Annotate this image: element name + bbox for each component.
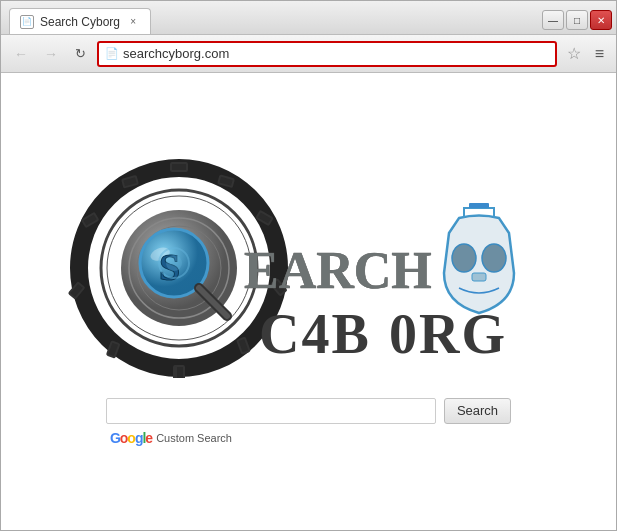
address-input[interactable]: [123, 46, 549, 61]
page-content: S EARCH EARCH: [1, 73, 616, 530]
svg-text:EARCH: EARCH: [244, 242, 432, 299]
nav-bar: ← → ↻ 📄 ☆ ≡: [1, 35, 616, 73]
search-button[interactable]: Search: [444, 398, 511, 424]
address-icon: 📄: [105, 47, 119, 60]
tab-favicon: 📄: [20, 15, 34, 29]
back-button[interactable]: ←: [9, 42, 33, 66]
svg-point-27: [482, 244, 506, 272]
address-bar-container: 📄: [97, 41, 557, 67]
site-logo: S EARCH EARCH: [59, 158, 559, 378]
svg-text:C4B: C4B: [259, 303, 371, 365]
bookmark-star-icon[interactable]: ☆: [563, 44, 585, 63]
google-custom-search-row: Google Custom Search: [110, 430, 232, 446]
custom-search-label: Custom Search: [156, 432, 232, 444]
close-button[interactable]: ✕: [590, 10, 612, 30]
google-logo: Google: [110, 430, 152, 446]
svg-rect-29: [469, 203, 489, 208]
browser-menu-icon[interactable]: ≡: [591, 45, 608, 63]
search-input[interactable]: [106, 398, 436, 424]
svg-point-23: [166, 255, 182, 271]
browser-window: 📄 Search Cyborg × — □ ✕ ← → ↻ 📄 ☆ ≡: [0, 0, 617, 531]
tab-close-button[interactable]: ×: [126, 15, 140, 29]
svg-rect-28: [472, 273, 486, 281]
maximize-button[interactable]: □: [566, 10, 588, 30]
search-area: Search Google Custom Search: [106, 398, 511, 446]
svg-text:RG: RG: [419, 303, 507, 365]
reload-button[interactable]: ↻: [69, 43, 91, 65]
title-bar: 📄 Search Cyborg × — □ ✕: [1, 1, 616, 35]
minimize-button[interactable]: —: [542, 10, 564, 30]
logo-svg: S EARCH EARCH: [59, 158, 559, 378]
window-controls: — □ ✕: [542, 10, 616, 34]
forward-button[interactable]: →: [39, 42, 63, 66]
browser-tab[interactable]: 📄 Search Cyborg ×: [9, 8, 151, 34]
svg-rect-3: [171, 163, 187, 171]
tab-title: Search Cyborg: [40, 15, 120, 29]
svg-rect-13: [176, 366, 184, 378]
svg-text:0: 0: [389, 303, 417, 365]
svg-point-26: [452, 244, 476, 272]
search-bar-row: Search: [106, 398, 511, 424]
